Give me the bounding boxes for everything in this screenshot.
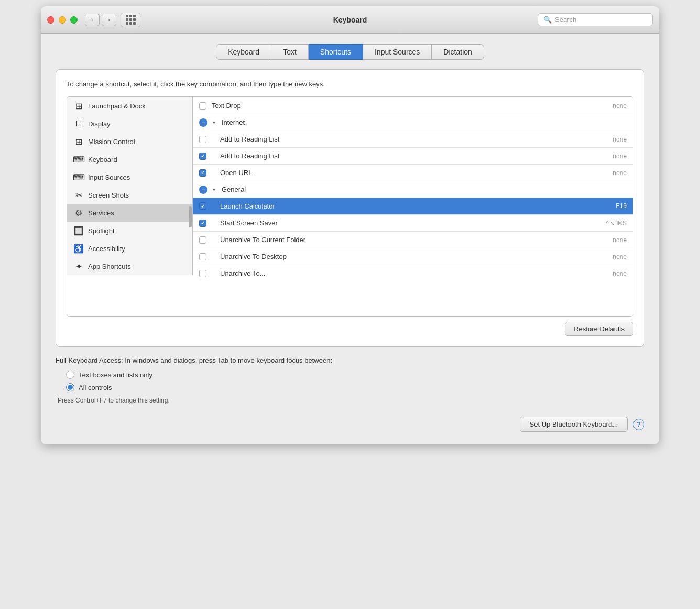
sidebar-label-spotlight: Spotlight <box>88 227 115 235</box>
minimize-button[interactable] <box>59 16 66 24</box>
sidebar-wrapper: ⊞ Launchpad & Dock 🖥 Display ⊞ Mission C… <box>67 97 193 316</box>
shortcut-text-drop[interactable]: Text Drop none <box>193 97 633 114</box>
shortcut-reading-list-2[interactable]: Add to Reading List none <box>193 147 633 164</box>
sidebar-item-services[interactable]: ⚙ Services <box>67 204 192 222</box>
help-button[interactable]: ? <box>633 419 644 430</box>
zoom-button[interactable] <box>70 16 78 24</box>
checkbox-launch-calculator[interactable] <box>199 202 206 210</box>
tabs-bar: Keyboard Text Shortcuts Input Sources Di… <box>56 44 644 60</box>
tab-input-sources[interactable]: Input Sources <box>363 44 432 60</box>
checkbox-screen-saver[interactable] <box>199 220 206 227</box>
search-box[interactable]: 🔍 Search <box>538 13 653 26</box>
shortcut-unarchive-desktop[interactable]: Unarchive To Desktop none <box>193 248 633 265</box>
sidebar-label-mission: Mission Control <box>88 138 135 146</box>
fka-hint: Press Control+F7 to change this setting. <box>58 397 644 404</box>
mission-control-icon: ⊞ <box>73 136 84 147</box>
screenshots-icon: ✂ <box>73 190 84 200</box>
content-area: Keyboard Text Shortcuts Input Sources Di… <box>41 34 659 444</box>
grid-icon <box>126 15 136 25</box>
tab-dictation[interactable]: Dictation <box>432 44 484 60</box>
shortcut-launch-calculator[interactable]: Launch Calculator F19 <box>193 198 633 214</box>
checkbox-open-url[interactable] <box>199 169 206 177</box>
sidebar-item-app-shortcuts[interactable]: ✦ App Shortcuts <box>67 257 192 275</box>
sidebar-label-services: Services <box>88 209 114 217</box>
titlebar: ‹ › Keyboard 🔍 Search <box>41 6 659 34</box>
checkbox-unarchive-desktop[interactable] <box>199 253 206 260</box>
tab-keyboard[interactable]: Keyboard <box>216 44 271 60</box>
sidebar-label-screenshots: Screen Shots <box>88 191 129 199</box>
collapse-internet-btn[interactable]: − <box>199 118 207 127</box>
fka-title: Full Keyboard Access: In windows and dia… <box>56 356 644 364</box>
sidebar-item-mission-control[interactable]: ⊞ Mission Control <box>67 133 192 150</box>
radio-btn-text-boxes[interactable] <box>66 371 74 379</box>
sidebar-label-keyboard: Keyboard <box>88 156 117 164</box>
grid-view-button[interactable] <box>121 13 140 27</box>
restore-defaults-button[interactable]: Restore Defaults <box>565 322 633 336</box>
tab-text[interactable]: Text <box>271 44 309 60</box>
spotlight-icon: 🔲 <box>73 225 84 236</box>
sidebar-label-app-shortcuts: App Shortcuts <box>88 263 131 270</box>
sidebar-item-launchpad[interactable]: ⊞ Launchpad & Dock <box>67 97 192 115</box>
window-title: Keyboard <box>333 16 367 24</box>
checkbox-unarchive-current[interactable] <box>199 236 206 244</box>
shortcut-screen-saver[interactable]: Start Screen Saver ^⌥⌘S <box>193 214 633 231</box>
shortcut-reading-list-1[interactable]: Add to Reading List none <box>193 130 633 147</box>
sidebar-item-accessibility[interactable]: ♿ Accessibility <box>67 240 192 257</box>
sidebar-label-input: Input Sources <box>88 173 130 181</box>
checkbox-unarchive-to[interactable] <box>199 270 206 277</box>
instruction-text: To change a shortcut, select it, click t… <box>67 80 633 88</box>
tab-shortcuts[interactable]: Shortcuts <box>309 44 363 60</box>
restore-row: Restore Defaults <box>67 322 633 336</box>
full-keyboard-access-section: Full Keyboard Access: In windows and dia… <box>56 356 644 404</box>
shortcut-open-url[interactable]: Open URL none <box>193 164 633 181</box>
radio-btn-all-controls[interactable] <box>66 383 74 392</box>
radio-all-controls[interactable]: All controls <box>66 383 644 392</box>
sidebar-label-launchpad: Launchpad & Dock <box>88 102 146 110</box>
radio-label-all-controls: All controls <box>79 384 112 392</box>
keyboard-preferences-window: ‹ › Keyboard 🔍 Search Keyboard Text Shor… <box>41 6 659 444</box>
shortcuts-panel: To change a shortcut, select it, click t… <box>56 69 644 347</box>
checkbox-reading-list-2[interactable] <box>199 153 206 160</box>
back-button[interactable]: ‹ <box>85 14 100 26</box>
radio-label-text-boxes: Text boxes and lists only <box>79 371 152 379</box>
collapse-general-btn[interactable]: − <box>199 186 207 194</box>
search-icon: 🔍 <box>543 16 552 24</box>
shortcut-section-internet[interactable]: − ▾ Internet <box>193 114 633 130</box>
launchpad-icon: ⊞ <box>73 101 84 111</box>
input-sources-icon: ⌨ <box>73 172 84 182</box>
sidebar: ⊞ Launchpad & Dock 🖥 Display ⊞ Mission C… <box>67 97 193 275</box>
setup-bluetooth-button[interactable]: Set Up Bluetooth Keyboard... <box>520 417 628 432</box>
sidebar-item-screenshots[interactable]: ✂ Screen Shots <box>67 186 192 204</box>
sidebar-item-display[interactable]: 🖥 Display <box>67 115 192 133</box>
app-shortcuts-icon: ✦ <box>73 261 84 271</box>
sidebar-item-keyboard[interactable]: ⌨ Keyboard <box>67 150 192 168</box>
accessibility-icon: ♿ <box>73 243 84 254</box>
nav-buttons: ‹ › <box>85 14 116 26</box>
radio-group-fka: Text boxes and lists only All controls <box>66 371 644 392</box>
sidebar-label-display: Display <box>88 120 111 128</box>
sidebar-item-input-sources[interactable]: ⌨ Input Sources <box>67 168 192 186</box>
checkbox-reading-list-1[interactable] <box>199 136 206 143</box>
close-button[interactable] <box>47 16 54 24</box>
bottom-bar: Set Up Bluetooth Keyboard... ? <box>56 417 644 432</box>
search-placeholder: Search <box>555 16 576 24</box>
panel-body: ⊞ Launchpad & Dock 🖥 Display ⊞ Mission C… <box>67 96 633 317</box>
display-icon: 🖥 <box>73 118 84 129</box>
checkbox-text-drop[interactable] <box>199 102 206 110</box>
sidebar-scrollbar[interactable] <box>189 206 192 227</box>
services-icon: ⚙ <box>73 208 84 218</box>
forward-button[interactable]: › <box>102 14 116 26</box>
shortcuts-list: Text Drop none − ▾ Internet Add to Readi… <box>193 97 633 316</box>
shortcut-section-general[interactable]: − ▾ General <box>193 181 633 198</box>
keyboard-icon: ⌨ <box>73 154 84 165</box>
radio-text-boxes-only[interactable]: Text boxes and lists only <box>66 371 644 379</box>
shortcut-unarchive-current[interactable]: Unarchive To Current Folder none <box>193 231 633 248</box>
sidebar-label-accessibility: Accessibility <box>88 245 125 253</box>
sidebar-item-spotlight[interactable]: 🔲 Spotlight <box>67 222 192 240</box>
traffic-lights <box>47 16 78 24</box>
shortcut-unarchive-to[interactable]: Unarchive To... none <box>193 265 633 281</box>
